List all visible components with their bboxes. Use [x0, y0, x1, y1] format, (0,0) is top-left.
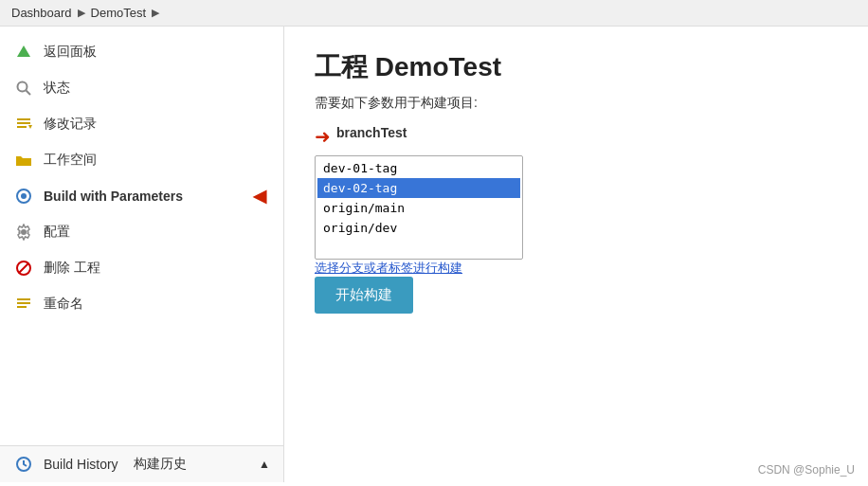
svg-point-1 [18, 82, 27, 92]
param-arrow-icon: ➜ [315, 125, 331, 148]
branch-option-1[interactable]: dev-01-tag [317, 158, 520, 178]
active-arrow-icon: ◀ [253, 186, 266, 207]
sidebar-label-config: 配置 [44, 224, 70, 241]
sidebar-label-rename: 重命名 [44, 296, 83, 313]
svg-rect-13 [17, 302, 30, 304]
branch-select[interactable]: dev-01-tag dev-02-tag origin/main origin… [315, 155, 523, 260]
main-layout: 返回面板 状态 修改记录 工作空间 Bu [0, 27, 868, 482]
sidebar-item-workspace[interactable]: 工作空间 [0, 142, 283, 178]
param-label: branchTest [336, 125, 407, 140]
sidebar: 返回面板 状态 修改记录 工作空间 Bu [0, 27, 284, 482]
svg-line-2 [27, 91, 31, 96]
rename-icon [13, 294, 34, 315]
content-area: 工程 DemoTest 需要如下参数用于构建项目: ➜ branchTest d… [284, 27, 868, 482]
build-history-bar[interactable]: Build History 构建历史 ▲ [0, 445, 283, 482]
sidebar-item-rename[interactable]: 重命名 [0, 286, 283, 322]
build-button[interactable]: 开始构建 [315, 277, 413, 314]
watermark: CSDN @Sophie_U [758, 463, 855, 477]
ban-icon [13, 258, 34, 279]
breadcrumb-dashboard[interactable]: Dashboard [11, 6, 72, 20]
svg-rect-3 [17, 118, 30, 120]
history-icon [13, 454, 34, 475]
svg-rect-5 [17, 126, 27, 128]
sidebar-item-config[interactable]: 配置 [0, 214, 283, 250]
subtitle: 需要如下参数用于构建项目: [315, 95, 838, 112]
svg-marker-0 [17, 45, 30, 57]
branch-option-4[interactable]: origin/dev [317, 218, 520, 238]
gear-icon [13, 222, 34, 243]
sidebar-label-back: 返回面板 [44, 44, 97, 61]
sidebar-item-changes[interactable]: 修改记录 [0, 106, 283, 142]
search-icon [13, 78, 34, 99]
sidebar-item-back[interactable]: 返回面板 [0, 34, 283, 70]
sidebar-item-build-params[interactable]: Build with Parameters ◀ [0, 178, 283, 214]
svg-rect-4 [17, 122, 30, 124]
branch-option-2[interactable]: dev-02-tag [317, 178, 520, 198]
svg-rect-14 [17, 306, 27, 308]
sidebar-label-build-params: Build with Parameters [44, 189, 183, 204]
svg-point-9 [21, 229, 27, 235]
edit-icon [13, 114, 34, 135]
breadcrumb-arrow-1: ▶ [78, 7, 85, 19]
build-icon [13, 186, 34, 207]
sidebar-label-delete: 删除 工程 [44, 260, 100, 277]
param-header: ➜ branchTest [315, 125, 838, 148]
arrow-up-icon [13, 42, 34, 63]
breadcrumb-arrow-2: ▶ [152, 7, 159, 19]
sidebar-item-delete[interactable]: 删除 工程 [0, 250, 283, 286]
svg-line-11 [19, 263, 28, 273]
sidebar-label-workspace: 工作空间 [44, 152, 97, 169]
svg-marker-6 [28, 125, 32, 129]
folder-icon [13, 150, 34, 171]
breadcrumb-demotest[interactable]: DemoTest [91, 6, 147, 20]
branch-option-3[interactable]: origin/main [317, 198, 520, 218]
build-history-label: Build History [44, 457, 118, 472]
sidebar-item-status[interactable]: 状态 [0, 70, 283, 106]
sidebar-label-status: 状态 [44, 80, 70, 97]
build-history-label-zh: 构建历史 [134, 456, 187, 473]
select-hint[interactable]: 选择分支或者标签进行构建 [315, 261, 462, 275]
page-title: 工程 DemoTest [315, 49, 838, 85]
breadcrumb: Dashboard ▶ DemoTest ▶ [0, 0, 868, 27]
sidebar-label-changes: 修改记录 [44, 116, 97, 133]
svg-point-8 [21, 193, 27, 199]
chevron-up-icon: ▲ [259, 458, 270, 471]
svg-rect-12 [17, 298, 30, 300]
